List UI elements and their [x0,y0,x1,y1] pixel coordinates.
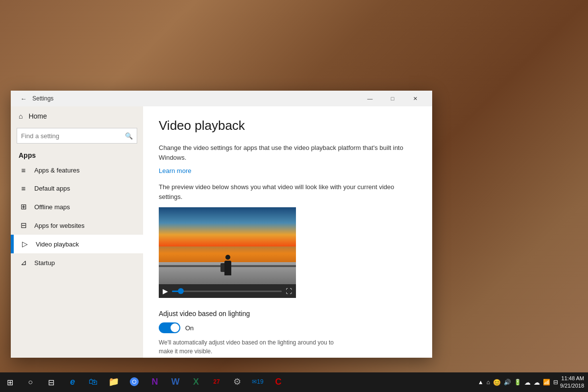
search-box[interactable]: 🔍 [17,128,137,144]
person-figure [224,261,231,275]
start-button[interactable]: ⊞ [0,372,20,392]
main-content: Video playback Change the video settings… [143,106,432,358]
taskbar-onenote[interactable]: N [145,372,165,392]
sky [159,207,296,246]
sidebar-label-video-playback: Video playback [36,241,79,248]
taskbar-left: ⊞ ○ ⊟ [0,372,61,392]
sidebar: ⌂ Home 🔍 Apps ≡ Apps & features ≡ De [11,106,143,358]
tray-action-center[interactable]: ⌂ [487,379,490,386]
body [224,261,231,275]
video-thumbnail [159,207,296,284]
home-label: Home [28,112,47,120]
setting-section: Adjust video based on lighting On We'll … [159,310,416,356]
taskbar-folder[interactable]: 📁 [104,372,123,392]
clock-time: 11:48 AM [560,375,584,382]
adjust-desc: We'll automatically adjust video based o… [159,338,345,356]
tray-cloud2[interactable]: ☁ [534,379,540,386]
video-controls: ▶ ⛶ [159,284,296,298]
back-button[interactable]: ← [17,92,30,105]
taskbar-excel[interactable]: X [186,372,206,392]
tray-up-arrow[interactable]: ▲ [478,379,484,386]
preview-description: The preview video below shows you what v… [159,182,416,201]
learn-more-link[interactable]: Learn more [159,167,191,174]
sidebar-item-default-apps[interactable]: ≡ Default apps [11,179,143,197]
progress-bar[interactable] [172,291,282,292]
taskbar-mail[interactable]: ✉19 [248,372,268,392]
video-player: ▶ ⛶ [159,207,296,298]
sidebar-item-video-playback[interactable]: ▷ Video playback [11,235,143,253]
head [225,255,230,260]
tray-icons: ▲ ⌂ 😊 🔊 🔋 ☁ ☁ 📶 ⊟ [478,379,558,386]
close-button[interactable]: ✕ [404,91,426,106]
sidebar-item-apps-features[interactable]: ≡ Apps & features [11,161,143,179]
search-input[interactable] [21,132,125,140]
toggle-thumb [171,323,179,332]
adjust-label: Adjust video based on lighting [159,310,416,318]
task-view-button[interactable]: ⊟ [41,372,61,392]
sidebar-item-apps-for-websites[interactable]: ⊟ Apps for websites [11,216,143,235]
progress-thumb [178,288,184,294]
home-icon: ⌂ [19,112,23,120]
apps-features-icon: ≡ [19,166,28,174]
sidebar-label-default-apps: Default apps [34,185,70,192]
taskbar-chrome[interactable] [124,372,144,392]
taskbar-app-c[interactable]: C [269,372,288,392]
video-playback-icon: ▷ [20,240,30,248]
sidebar-label-apps-features: Apps & features [34,167,80,174]
startup-icon: ⊿ [19,258,28,267]
search-button[interactable]: ○ [21,372,40,392]
taskbar-app-27[interactable]: 27 [207,372,226,392]
window-controls: — □ ✕ [359,91,426,106]
sidebar-item-offline-maps[interactable]: ⊞ Offline maps [11,197,143,216]
description: Change the video settings for apps that … [159,143,416,162]
taskbar-edge[interactable]: e [63,372,82,392]
taskbar-store[interactable]: 🛍 [83,372,103,392]
svg-point-2 [133,380,136,383]
toggle-label: On [185,324,194,332]
tray-emoji[interactable]: 😊 [493,379,501,386]
window-body: ⌂ Home 🔍 Apps ≡ Apps & features ≡ De [11,106,432,358]
titlebar: ← Settings — □ ✕ [11,91,432,106]
sidebar-item-startup[interactable]: ⊿ Startup [11,253,143,272]
toggle-row: On [159,322,416,333]
sidebar-label-startup: Startup [34,259,55,267]
toggle-switch[interactable] [159,322,180,333]
clock-date: 9/21/2018 [560,382,584,390]
tray-volume[interactable]: 🔊 [504,379,511,386]
search-icon: 🔍 [125,132,133,140]
taskbar-apps: e 🛍 📁 N W X 27 ⚙ ✉19 C [61,372,474,392]
taskbar: ⊞ ○ ⊟ e 🛍 📁 N W X 27 ⚙ ✉19 C [0,372,588,392]
fullscreen-button[interactable]: ⛶ [286,288,292,295]
settings-window: ← Settings — □ ✕ ⌂ Home 🔍 [11,91,432,358]
apps-for-websites-icon: ⊟ [19,221,28,230]
offline-maps-icon: ⊞ [19,202,28,211]
window-title: Settings [32,95,53,102]
taskbar-settings[interactable]: ⚙ [227,372,247,392]
maximize-button[interactable]: □ [381,91,404,106]
sidebar-home[interactable]: ⌂ Home [11,106,143,126]
taskbar-clock[interactable]: 11:48 AM 9/21/2018 [560,375,584,390]
desktop: ← Settings — □ ✕ ⌂ Home 🔍 [0,0,588,392]
tray-battery[interactable]: 🔋 [514,379,521,386]
tray-onedrive[interactable]: ☁ [524,379,531,386]
minimize-button[interactable]: — [359,91,381,106]
taskbar-right: ▲ ⌂ 😊 🔊 🔋 ☁ ☁ 📶 ⊟ 11:48 AM 9/21/2018 [474,375,588,390]
tray-notif[interactable]: ⊟ [553,379,558,386]
play-button[interactable]: ▶ [163,287,168,295]
default-apps-icon: ≡ [19,184,28,193]
page-title: Video playback [159,118,416,133]
tray-wifi[interactable]: 📶 [543,379,550,386]
sidebar-label-offline-maps: Offline maps [34,203,70,211]
sidebar-label-apps-for-websites: Apps for websites [34,222,85,229]
taskbar-word[interactable]: W [166,372,185,392]
section-label: Apps [11,147,143,161]
